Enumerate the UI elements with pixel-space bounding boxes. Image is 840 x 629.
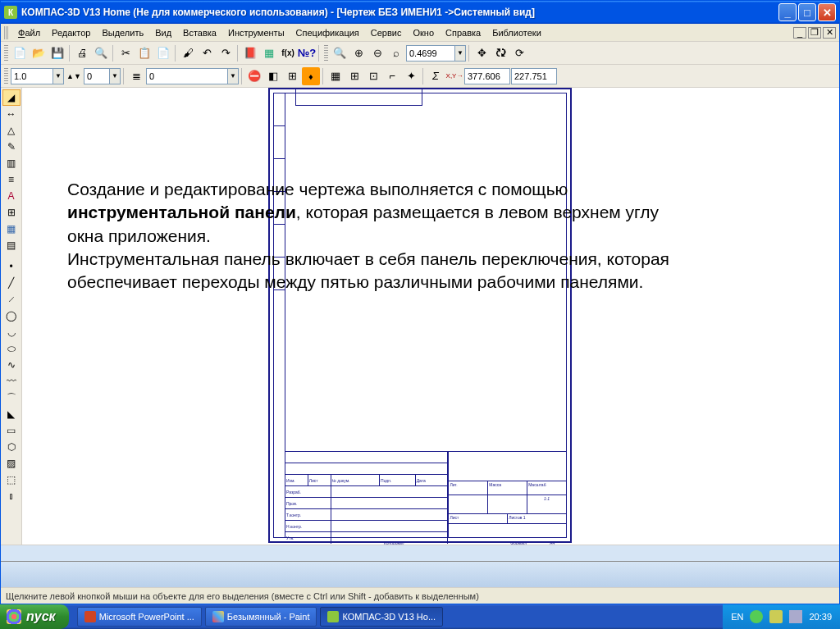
print-icon[interactable]: 🖨 (73, 44, 91, 62)
clock[interactable]: 20:39 (809, 612, 832, 622)
toolbar-handle-2[interactable] (324, 45, 328, 62)
lang-indicator[interactable]: EN (731, 612, 743, 622)
mdi-minimize[interactable]: _ (793, 27, 806, 39)
menubar-handle[interactable] (4, 26, 9, 39)
menu-window[interactable]: Окно (407, 26, 440, 39)
tray-icon-2[interactable] (769, 610, 783, 623)
menu-help[interactable]: Справка (440, 26, 486, 39)
mdi-close[interactable]: ✕ (823, 27, 836, 39)
refresh-icon[interactable]: ⟳ (510, 44, 528, 62)
spin-up-icon[interactable]: ▲▼ (65, 67, 83, 85)
table-icon[interactable]: ▤ (2, 237, 21, 253)
toolbar-handle[interactable] (4, 45, 8, 62)
layer2-combo[interactable]: ▼ (146, 68, 239, 84)
zoom-input[interactable] (406, 45, 455, 62)
cut-icon[interactable]: ✂ (116, 44, 135, 62)
layer-input[interactable] (84, 68, 110, 84)
dropdown-icon[interactable]: ▼ (110, 68, 121, 84)
ellipse-icon[interactable]: ⬭ (2, 340, 21, 357)
layers-icon[interactable]: ≣ (127, 67, 145, 85)
zoom-out-icon[interactable]: ⊖ (368, 44, 386, 62)
zoom-combo[interactable]: ▼ (406, 45, 466, 62)
equidist-icon[interactable]: ⫾ (2, 488, 21, 504)
redo-icon[interactable]: ↷ (217, 44, 235, 62)
canvas[interactable]: Изм. Лист № докум. Подп. Дата Разраб. Пр… (22, 88, 839, 545)
zoom-window-icon[interactable]: ⌕ (387, 44, 405, 62)
dropdown-icon[interactable]: ▼ (53, 68, 64, 84)
pan-icon[interactable]: ✥ (472, 44, 491, 62)
toolbar-handle-3[interactable] (4, 68, 8, 84)
manager-icon[interactable]: 📕 (241, 44, 259, 62)
zoom-fit-icon[interactable]: 🔍 (331, 44, 349, 62)
zoom-dropdown-icon[interactable]: ▼ (455, 45, 466, 62)
menu-insert[interactable]: Вставка (177, 26, 222, 39)
menu-libs[interactable]: Библиотеки (486, 26, 547, 39)
menu-edit[interactable]: Редактор (46, 26, 96, 39)
spec-icon[interactable]: ⊞ (2, 204, 21, 221)
rect-icon[interactable]: ▭ (2, 422, 21, 439)
menu-select[interactable]: Выделить (96, 26, 149, 39)
snap-icon[interactable]: ⊞ (283, 67, 301, 85)
sigma-icon[interactable]: Σ (427, 67, 445, 85)
arc-icon[interactable]: ◡ (2, 324, 21, 340)
volume-icon[interactable] (789, 610, 802, 623)
taskbar-item-kompas[interactable]: КОМПАС-3D V13 Ho... (320, 607, 443, 627)
save-icon[interactable]: 💾 (48, 44, 66, 62)
spline-icon[interactable]: ∿ (2, 357, 21, 373)
coord-x-input[interactable] (464, 68, 510, 84)
bezier-icon[interactable]: 〰 (2, 373, 21, 390)
preview-icon[interactable]: 🔍 (92, 44, 110, 62)
coords-icon[interactable]: ⬧ (302, 67, 320, 85)
point-icon[interactable]: • (2, 258, 21, 275)
notation-panel-icon[interactable]: △ (2, 122, 21, 139)
measure-panel-icon[interactable]: ≡ (2, 171, 21, 188)
maximize-button[interactable]: □ (798, 3, 816, 21)
line-icon[interactable]: ╱ (2, 275, 21, 291)
menu-tools[interactable]: Инструменты (222, 26, 290, 39)
mdi-restore[interactable]: ❐ (808, 27, 821, 39)
ortho-icon[interactable]: ◧ (264, 67, 282, 85)
chamfer-icon[interactable]: ◣ (2, 406, 21, 422)
grid3-icon[interactable]: ⊡ (364, 67, 382, 85)
help-icon[interactable]: №? (298, 44, 316, 62)
zoom-in-icon[interactable]: ⊕ (349, 44, 368, 62)
dim-panel-icon[interactable]: ↔ (2, 106, 21, 122)
brush-icon[interactable]: 🖌 (179, 44, 197, 62)
paste-icon[interactable]: 📄 (154, 44, 172, 62)
xy-icon[interactable]: X,Y→ (445, 67, 463, 85)
open-icon[interactable]: 📂 (30, 44, 48, 62)
text-icon[interactable]: A (2, 188, 21, 204)
param-panel-icon[interactable]: ▥ (2, 155, 21, 171)
fillet-icon[interactable]: ⌒ (2, 390, 21, 406)
taskbar-item-powerpoint[interactable]: Microsoft PowerPoint ... (77, 607, 202, 627)
close-button[interactable]: ✕ (818, 3, 836, 21)
undo-icon[interactable]: ↶ (198, 44, 216, 62)
new-icon[interactable]: 📄 (11, 44, 29, 62)
layer-combo[interactable]: ▼ (84, 68, 121, 84)
start-button[interactable]: пуск (0, 604, 69, 629)
lcs-icon[interactable]: ⌐ (383, 67, 401, 85)
property-tabs[interactable] (1, 545, 839, 562)
taskbar-item-paint[interactable]: Безымянный - Paint (205, 607, 317, 627)
coord-y-input[interactable] (511, 68, 557, 84)
copy-icon[interactable]: 📋 (135, 44, 153, 62)
polygon-icon[interactable]: ⬡ (2, 439, 21, 455)
geometry-panel-icon[interactable]: ◢ (2, 89, 21, 106)
menu-spec[interactable]: Спецификация (290, 26, 365, 39)
hatch-icon[interactable]: ▨ (2, 455, 21, 472)
contour-icon[interactable]: ⬚ (2, 472, 21, 488)
menu-view[interactable]: Вид (149, 26, 177, 39)
layer2-input[interactable] (146, 68, 228, 84)
report-icon[interactable]: ▦ (2, 221, 21, 237)
edit-panel-icon[interactable]: ✎ (2, 139, 21, 155)
vars-icon[interactable]: ▦ (260, 44, 278, 62)
menu-service[interactable]: Сервис (365, 26, 408, 39)
menu-file[interactable]: Файл (12, 26, 46, 39)
rotate-icon[interactable]: 🗘 (491, 44, 509, 62)
origin-icon[interactable]: ✦ (402, 67, 420, 85)
fx-icon[interactable]: f(x) (279, 44, 297, 62)
minimize-button[interactable]: _ (778, 3, 797, 21)
grid2-icon[interactable]: ⊞ (345, 67, 363, 85)
linestyle-combo[interactable]: ▼ (11, 68, 64, 84)
grid-icon[interactable]: ▦ (326, 67, 345, 85)
